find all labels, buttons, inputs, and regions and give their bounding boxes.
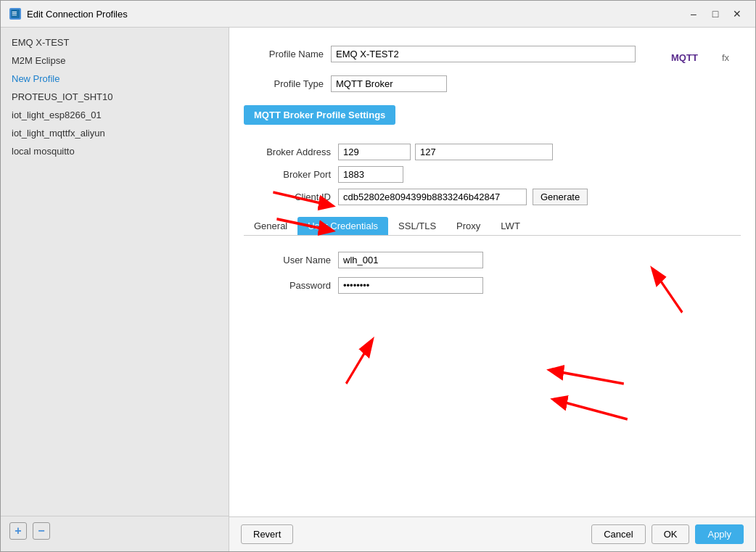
mqtt-logo: MQTT fx [670, 39, 735, 68]
username-label: User Name [244, 255, 331, 265]
broker-address-row: Broker Address [244, 144, 741, 160]
maximize-button[interactable]: □ [706, 7, 725, 21]
svg-text:MQTT: MQTT [671, 52, 698, 63]
password-input[interactable] [338, 277, 483, 294]
add-profile-button[interactable]: + [9, 522, 27, 540]
broker-port-label: Broker Port [244, 169, 331, 180]
tab-user-credentials[interactable]: User Credentials [297, 217, 388, 235]
profile-type-label: Profile Type [244, 78, 324, 89]
profile-type-select[interactable]: MQTT Broker MQTT Broker (SSL) [331, 75, 447, 92]
title-bar: ≡ Edit Connection Profiles – □ ✕ [1, 1, 755, 28]
profile-name-input[interactable] [331, 46, 636, 62]
profile-name-row: Profile Name MQTT fx [244, 39, 741, 68]
cancel-button[interactable]: Cancel [591, 524, 645, 544]
username-row: User Name [244, 252, 741, 268]
window: ≡ Edit Connection Profiles – □ ✕ EMQ X-T… [0, 0, 756, 552]
bottom-left: Revert [241, 524, 293, 544]
credentials-section: User Name Password [244, 244, 741, 310]
window-title: Edit Connection Profiles [27, 9, 128, 20]
mqtt-section-header: MQTT Broker Profile Settings [244, 105, 395, 125]
username-input[interactable] [338, 252, 483, 268]
svg-text:≡: ≡ [12, 9, 17, 18]
client-id-label: Client ID [244, 191, 331, 202]
client-id-row: Client ID Generate [244, 189, 741, 205]
sidebar: EMQ X-TEST M2M Eclipse New Profile PROTE… [1, 28, 229, 551]
window-controls: – □ ✕ [684, 7, 747, 21]
svg-line-9 [554, 400, 628, 419]
bottom-right: Cancel OK Apply [591, 524, 744, 544]
sidebar-footer: + − [1, 516, 229, 545]
close-button[interactable]: ✕ [728, 7, 747, 21]
sidebar-item-local-mosquitto[interactable]: local mosquitto [1, 142, 229, 160]
svg-line-8 [551, 371, 624, 384]
broker-address-input-2[interactable] [415, 144, 553, 160]
sidebar-item-iot-mqttfx[interactable]: iot_light_mqttfx_aliyun [1, 124, 229, 142]
sidebar-item-m2m-eclipse[interactable]: M2M Eclipse [1, 52, 229, 70]
svg-line-7 [346, 341, 371, 384]
sidebar-item-iot-esp[interactable]: iot_light_esp8266_01 [1, 106, 229, 124]
profile-type-row: Profile Type MQTT Broker MQTT Broker (SS… [244, 75, 741, 92]
main-panel: Profile Name MQTT fx Profile Type MQTT B… [229, 28, 755, 516]
revert-button[interactable]: Revert [241, 524, 293, 544]
mqtt-logo-svg: MQTT fx [670, 39, 735, 68]
tab-general[interactable]: General [244, 217, 297, 235]
sidebar-item-emq-x-test[interactable]: EMQ X-TEST [1, 33, 229, 52]
generate-button[interactable]: Generate [533, 189, 588, 205]
sidebar-item-proteus[interactable]: PROTEUS_IOT_SHT10 [1, 88, 229, 106]
apply-button[interactable]: Apply [695, 524, 744, 544]
client-id-input[interactable] [338, 189, 527, 205]
password-row: Password [244, 277, 741, 294]
tab-ssl-tls[interactable]: SSL/TLS [388, 217, 446, 235]
title-bar-left: ≡ Edit Connection Profiles [9, 8, 128, 20]
tabs-bar: General User Credentials SSL/TLS Proxy L… [244, 217, 741, 236]
broker-address-label: Broker Address [244, 147, 331, 157]
broker-port-row: Broker Port [244, 166, 741, 183]
ok-button[interactable]: OK [652, 524, 690, 544]
tab-proxy[interactable]: Proxy [446, 217, 490, 235]
tab-lwt[interactable]: LWT [490, 217, 530, 235]
sidebar-item-new-profile[interactable]: New Profile [1, 70, 229, 88]
broker-address-input-1[interactable] [338, 144, 411, 160]
broker-port-input[interactable] [338, 166, 403, 183]
app-icon: ≡ [9, 8, 21, 20]
profile-name-label: Profile Name [244, 49, 324, 59]
svg-text:fx: fx [722, 52, 730, 63]
bottom-bar: Revert Cancel OK Apply [229, 516, 755, 551]
password-label: Password [244, 280, 331, 291]
minimize-button[interactable]: – [684, 7, 703, 21]
remove-profile-button[interactable]: − [33, 522, 50, 540]
main-content: EMQ X-TEST M2M Eclipse New Profile PROTE… [1, 28, 755, 551]
